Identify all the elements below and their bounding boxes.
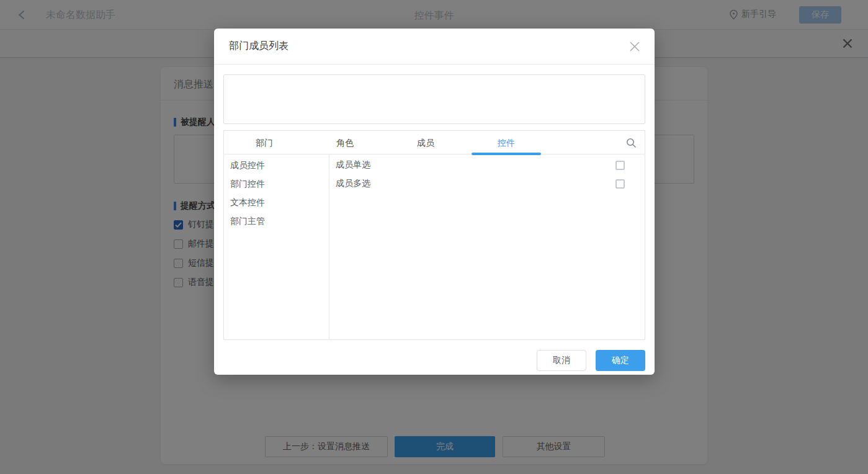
tab-label: 部门 bbox=[256, 138, 273, 148]
search-button[interactable] bbox=[626, 138, 637, 148]
member-picker-panel: 部门 角色 成员 控件 bbox=[223, 130, 645, 340]
option-label: 成员单选 bbox=[336, 159, 370, 171]
list-item-member-multi[interactable]: 成员多选 bbox=[329, 174, 645, 193]
list-item-member-single[interactable]: 成员单选 bbox=[329, 156, 645, 174]
department-member-modal: 部门成员列表 部门 角色 成员 控件 bbox=[214, 29, 655, 375]
app-window: 未命名数据助手 控件事件 新手引导 保存 消息推送 被提醒人 bbox=[0, 0, 868, 474]
selected-items-box[interactable] bbox=[223, 74, 645, 124]
checkbox-unchecked-icon[interactable] bbox=[615, 179, 625, 189]
tab-role[interactable]: 角色 bbox=[305, 131, 385, 154]
list-item-member-control[interactable]: 成员控件 bbox=[224, 156, 329, 174]
tab-label: 角色 bbox=[336, 138, 354, 148]
modal-header: 部门成员列表 bbox=[214, 29, 655, 65]
tab-label: 控件 bbox=[498, 138, 515, 148]
active-tab-underline bbox=[472, 153, 541, 155]
tab-label: 成员 bbox=[417, 138, 434, 148]
checkbox-unchecked-icon[interactable] bbox=[615, 161, 625, 170]
close-icon bbox=[629, 40, 641, 53]
modal-close-button[interactable] bbox=[629, 40, 641, 53]
list-item-department-head[interactable]: 部门主管 bbox=[224, 212, 329, 230]
cancel-button[interactable]: 取消 bbox=[537, 350, 586, 371]
picker-body: 成员控件 部门控件 文本控件 部门主管 成员单选 成员多选 bbox=[224, 154, 645, 340]
tab-control[interactable]: 控件 bbox=[466, 131, 547, 154]
option-label: 成员多选 bbox=[336, 178, 370, 189]
picker-tabs: 部门 角色 成员 控件 bbox=[224, 131, 645, 154]
list-item-department-control[interactable]: 部门控件 bbox=[224, 174, 329, 193]
confirm-button[interactable]: 确定 bbox=[596, 350, 645, 371]
list-item-text-control[interactable]: 文本控件 bbox=[224, 193, 329, 212]
search-icon bbox=[626, 138, 637, 148]
control-category-list: 成员控件 部门控件 文本控件 部门主管 bbox=[224, 154, 329, 340]
modal-footer: 取消 确定 bbox=[537, 350, 645, 371]
control-option-list: 成员单选 成员多选 bbox=[329, 154, 645, 340]
tab-department[interactable]: 部门 bbox=[224, 131, 305, 154]
modal-title: 部门成员列表 bbox=[229, 40, 289, 53]
tab-member[interactable]: 成员 bbox=[385, 131, 466, 154]
